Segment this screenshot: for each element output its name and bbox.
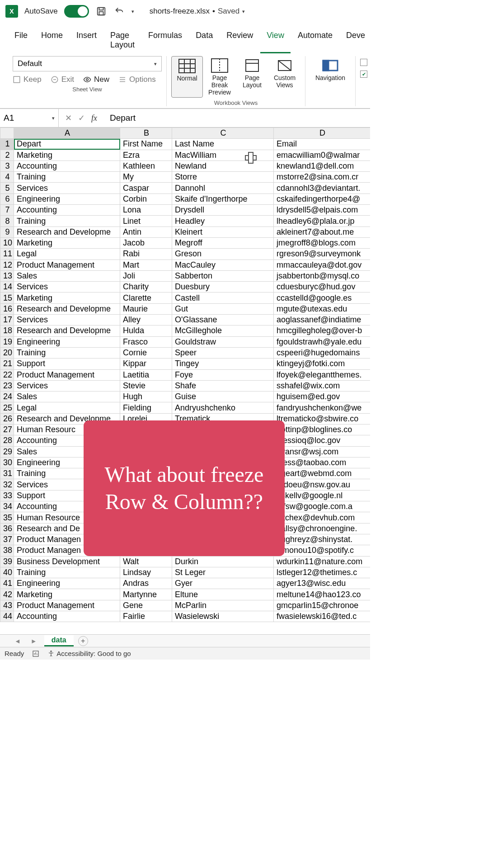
cell-D8[interactable]: lheadley6@plala.or.jp xyxy=(274,216,371,226)
cell-A9[interactable]: Research and Developme xyxy=(14,226,120,237)
cell-C4[interactable]: Storre xyxy=(172,172,274,183)
cell-B24[interactable]: Hugh xyxy=(120,392,172,402)
cell-C43[interactable]: McParlin xyxy=(172,600,274,611)
cell-A4[interactable]: Training xyxy=(14,172,120,183)
cell-D3[interactable]: knewland1@dell.com xyxy=(274,160,371,171)
cell-A6[interactable]: Engineering xyxy=(14,193,120,204)
cell-A43[interactable]: Product Management xyxy=(14,600,120,611)
row-header-10[interactable]: 10 xyxy=(0,237,14,248)
cell-D19[interactable]: fgouldstrawh@yale.edu xyxy=(274,336,371,347)
cell-D17[interactable]: aoglassanef@indiatime xyxy=(274,315,371,326)
cell-C39[interactable]: Durkin xyxy=(172,556,274,567)
select-all-corner[interactable] xyxy=(0,128,14,139)
cell-B1[interactable]: First Name xyxy=(120,139,172,150)
cell-B42[interactable]: Martynne xyxy=(120,589,172,600)
cell-B15[interactable]: Clarette xyxy=(120,292,172,303)
cell-B43[interactable]: Gene xyxy=(120,600,172,611)
cell-C16[interactable]: Gut xyxy=(172,303,274,314)
tab-deve[interactable]: Deve xyxy=(340,27,370,53)
cell-C5[interactable]: Dannohl xyxy=(172,183,274,193)
add-sheet-button[interactable]: + xyxy=(78,636,88,646)
cell-D18[interactable]: hmcgillegholeg@over-b xyxy=(274,326,371,336)
cell-B6[interactable]: Corbin xyxy=(120,193,172,204)
cell-A3[interactable]: Accounting xyxy=(14,160,120,171)
row-header-1[interactable]: 1 xyxy=(0,139,14,150)
save-icon[interactable] xyxy=(95,5,107,17)
cell-B9[interactable]: Antin xyxy=(120,226,172,237)
fx-icon[interactable]: fx xyxy=(91,113,97,123)
cell-D36[interactable]: ballsy@chronoengine. xyxy=(274,523,371,534)
cell-A13[interactable]: Sales xyxy=(14,270,120,281)
cell-C12[interactable]: MacCauley xyxy=(172,259,274,270)
cell-C22[interactable]: Foye xyxy=(172,369,274,380)
tab-automate[interactable]: Automate xyxy=(291,27,339,53)
row-header-36[interactable]: 36 xyxy=(0,523,14,534)
row-header-15[interactable]: 15 xyxy=(0,292,14,303)
cell-D5[interactable]: cdannohl3@deviantart. xyxy=(274,183,371,193)
cell-D6[interactable]: cskaifedingerthorpe4@ xyxy=(274,193,371,204)
gridlines-checkbox[interactable]: ✔Gri xyxy=(360,70,370,79)
spreadsheet-grid[interactable]: A B C D 1DepartFirst NameLast NameEmail2… xyxy=(0,127,370,622)
cell-A44[interactable]: Accounting xyxy=(14,611,120,622)
cell-D29[interactable]: oyansr@wsj.com xyxy=(274,446,371,457)
cell-A15[interactable]: Marketing xyxy=(14,292,120,303)
cell-C10[interactable]: Megroff xyxy=(172,237,274,248)
sheetview-selector[interactable]: Default ▾ xyxy=(13,56,162,71)
row-header-24[interactable]: 24 xyxy=(0,392,14,402)
row-header-27[interactable]: 27 xyxy=(0,425,14,435)
cell-B23[interactable]: Stevie xyxy=(120,380,172,391)
cell-C24[interactable]: Guise xyxy=(172,392,274,402)
cell-A7[interactable]: Accounting xyxy=(14,205,120,216)
row-header-25[interactable]: 25 xyxy=(0,402,14,413)
pagelayout-view-button[interactable]: Page Layout xyxy=(236,56,268,98)
tab-view[interactable]: View xyxy=(260,27,291,53)
cell-C6[interactable]: Skaife d'Ingerthorpe xyxy=(172,193,274,204)
row-header-40[interactable]: 40 xyxy=(0,567,14,578)
cell-D32[interactable]: ardoeu@nsw.gov.au xyxy=(274,479,371,490)
cell-D14[interactable]: cduesburyc@hud.gov xyxy=(274,282,371,292)
row-header-18[interactable]: 18 xyxy=(0,326,14,336)
normal-view-button[interactable]: Normal xyxy=(171,56,203,98)
row-header-32[interactable]: 32 xyxy=(0,479,14,490)
cell-D26[interactable]: ltrematicko@sbwire.co xyxy=(274,413,371,424)
cell-B13[interactable]: Joli xyxy=(120,270,172,281)
undo-icon[interactable] xyxy=(113,5,125,17)
cell-B5[interactable]: Caspar xyxy=(120,183,172,193)
cell-B22[interactable]: Laetitia xyxy=(120,369,172,380)
row-header-11[interactable]: 11 xyxy=(0,249,14,259)
row-header-3[interactable]: 3 xyxy=(0,160,14,171)
cell-C9[interactable]: Kleinert xyxy=(172,226,274,237)
cell-D25[interactable]: fandryushchenkon@we xyxy=(274,402,371,413)
row-header-29[interactable]: 29 xyxy=(0,446,14,457)
cell-C15[interactable]: Castell xyxy=(172,292,274,303)
cell-A42[interactable]: Marketing xyxy=(14,589,120,600)
cell-D30[interactable]: ldess@taobao.com xyxy=(274,457,371,468)
tab-review[interactable]: Review xyxy=(220,27,259,53)
cell-A16[interactable]: Research and Developme xyxy=(14,303,120,314)
cell-A1[interactable]: Depart xyxy=(14,139,120,150)
cell-A40[interactable]: Training xyxy=(14,567,120,578)
row-header-8[interactable]: 8 xyxy=(0,216,14,226)
cell-D11[interactable]: rgreson9@surveymonk xyxy=(274,249,371,259)
row-header-14[interactable]: 14 xyxy=(0,282,14,292)
cell-A22[interactable]: Product Management xyxy=(14,369,120,380)
cell-B40[interactable]: Lindsay xyxy=(120,567,172,578)
cell-A41[interactable]: Engineering xyxy=(14,578,120,589)
row-header-21[interactable]: 21 xyxy=(0,359,14,369)
cell-B8[interactable]: Linet xyxy=(120,216,172,226)
row-header-4[interactable]: 4 xyxy=(0,172,14,183)
cell-B10[interactable]: Jacob xyxy=(120,237,172,248)
cell-C19[interactable]: Gouldstraw xyxy=(172,336,274,347)
cell-C18[interactable]: McGilleghole xyxy=(172,326,274,336)
row-header-33[interactable]: 33 xyxy=(0,490,14,501)
cell-D31[interactable]: egeart@webmd.com xyxy=(274,468,371,479)
cell-A2[interactable]: Marketing xyxy=(14,150,120,160)
cell-D34[interactable]: effsw@google.com.a xyxy=(274,501,371,512)
row-header-28[interactable]: 28 xyxy=(0,435,14,446)
row-header-43[interactable]: 43 xyxy=(0,600,14,611)
cell-D21[interactable]: ktingeyj@fotki.com xyxy=(274,359,371,369)
row-header-31[interactable]: 31 xyxy=(0,468,14,479)
cell-A5[interactable]: Services xyxy=(14,183,120,193)
cell-B44[interactable]: Fairlie xyxy=(120,611,172,622)
row-header-13[interactable]: 13 xyxy=(0,270,14,281)
